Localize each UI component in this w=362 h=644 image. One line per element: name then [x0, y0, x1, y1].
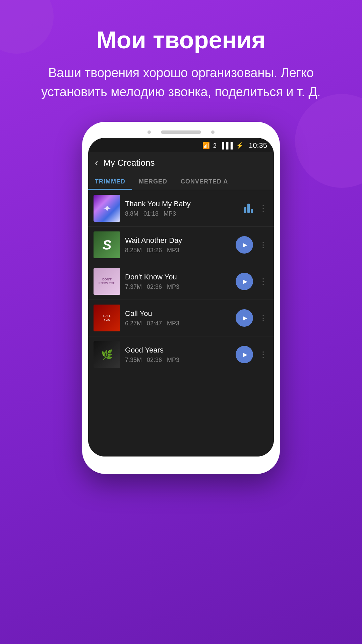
song-name: Call You [125, 309, 231, 318]
song-thumbnail: CALLYOU [94, 305, 120, 331]
phone-outer: 📶 2 ▐▐▐ ⚡ 10:35 ‹ My Creations TRIMMED M… [82, 122, 280, 474]
song-name: Wait Another Day [125, 236, 231, 245]
song-thumbnail [94, 341, 120, 368]
page-header: Мои творения Ваши творения хорошо органи… [0, 0, 362, 115]
tabs-bar: TRIMMED MERGED CONVERTED A [88, 173, 274, 190]
more-options-button[interactable]: ⋮ [258, 275, 268, 287]
song-actions: ⋮ [244, 202, 268, 214]
phone-speaker [161, 130, 201, 134]
song-name: Thank You My Baby [125, 200, 239, 208]
song-thumbnail [94, 231, 120, 258]
signal-icon: ▐▐▐ [220, 142, 233, 149]
more-options-button[interactable]: ⋮ [258, 312, 268, 324]
phone-dot-right [211, 130, 215, 134]
song-meta: 6.27M 02:47 MP3 [125, 320, 231, 327]
play-button[interactable] [236, 346, 253, 363]
tab-converted[interactable]: CONVERTED A [174, 173, 235, 190]
song-info: Thank You My Baby 8.8M 01:18 MP3 [125, 200, 239, 217]
phone-screen: 📶 2 ▐▐▐ ⚡ 10:35 ‹ My Creations TRIMMED M… [88, 138, 274, 457]
back-button[interactable]: ‹ [95, 157, 98, 168]
song-info: Don't Know You 7.37M 02:36 MP3 [125, 273, 231, 290]
song-meta: 8.8M 01:18 MP3 [125, 210, 239, 217]
sim-number: 2 [213, 142, 217, 149]
song-info: Wait Another Day 8.25M 03:26 MP3 [125, 236, 231, 254]
status-icons: 📶 2 ▐▐▐ ⚡ 10:35 [202, 141, 267, 150]
play-button[interactable] [236, 309, 253, 327]
phone-dot-left [147, 130, 151, 134]
wifi-icon: 📶 [202, 142, 210, 149]
song-thumbnail: DON'T KNOW YOU [94, 268, 120, 295]
song-actions: ⋮ [236, 346, 268, 363]
list-item: DON'T KNOW YOU Don't Know You 7.37M 02:3… [88, 263, 274, 300]
song-thumbnail [94, 195, 120, 222]
play-button[interactable] [236, 273, 253, 290]
battery-icon: ⚡ [236, 142, 243, 149]
page-title: Мои творения [20, 27, 342, 53]
page-subtitle: Ваши творения хорошо организованы. Легко… [20, 63, 342, 102]
tab-trimmed[interactable]: TRIMMED [88, 173, 132, 190]
song-meta: 7.35M 02:36 MP3 [125, 357, 231, 364]
status-bar: 📶 2 ▐▐▐ ⚡ 10:35 [88, 138, 274, 152]
more-options-button[interactable]: ⋮ [258, 348, 268, 361]
song-name: Don't Know You [125, 273, 231, 281]
song-actions: ⋮ [236, 273, 268, 290]
list-item: Wait Another Day 8.25M 03:26 MP3 ⋮ [88, 227, 274, 263]
song-info: Good Years 7.35M 02:36 MP3 [125, 346, 231, 364]
song-meta: 8.25M 03:26 MP3 [125, 247, 231, 254]
song-meta: 7.37M 02:36 MP3 [125, 283, 231, 290]
more-options-button[interactable]: ⋮ [258, 202, 268, 214]
phone-wrapper: 📶 2 ▐▐▐ ⚡ 10:35 ‹ My Creations TRIMMED M… [0, 122, 362, 474]
list-item: CALLYOU Call You 6.27M 02:47 MP3 [88, 300, 274, 336]
tab-merged[interactable]: MERGED [132, 173, 174, 190]
song-list: Thank You My Baby 8.8M 01:18 MP3 [88, 190, 274, 457]
phone-top-bar [88, 128, 274, 138]
list-item: Thank You My Baby 8.8M 01:18 MP3 [88, 190, 274, 227]
nav-title: My Creations [103, 158, 155, 168]
song-actions: ⋮ [236, 309, 268, 327]
equalizer-icon[interactable] [244, 204, 253, 213]
status-time: 10:35 [249, 141, 267, 150]
top-nav: ‹ My Creations [88, 152, 274, 173]
song-actions: ⋮ [236, 236, 268, 254]
list-item: Good Years 7.35M 02:36 MP3 ⋮ [88, 336, 274, 373]
more-options-button[interactable]: ⋮ [258, 239, 268, 251]
song-name: Good Years [125, 346, 231, 355]
play-button[interactable] [236, 236, 253, 254]
song-info: Call You 6.27M 02:47 MP3 [125, 309, 231, 327]
